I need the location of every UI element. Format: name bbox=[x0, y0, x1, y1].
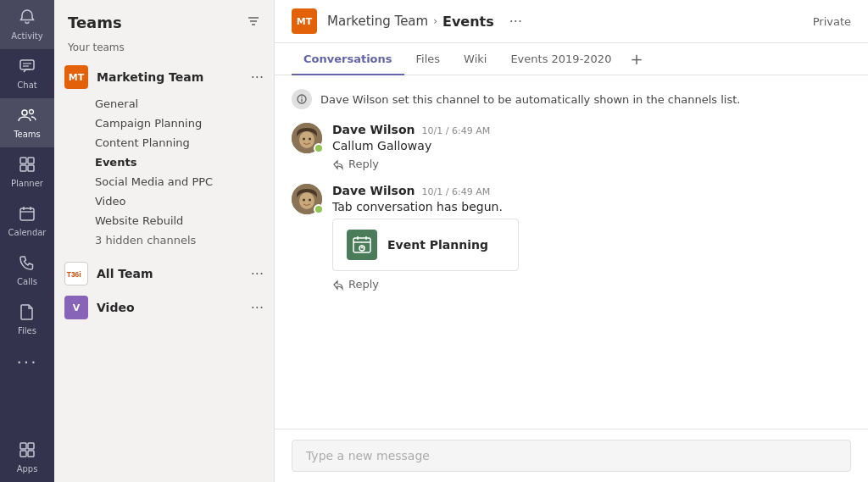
messages-area: Dave Wilson set this channel to be autom… bbox=[275, 75, 868, 429]
apps-icon bbox=[19, 441, 36, 462]
tab-events2019[interactable]: Events 2019-2020 bbox=[498, 44, 623, 75]
svg-rect-8 bbox=[28, 165, 34, 171]
message-input-placeholder: Type a new message bbox=[306, 449, 430, 463]
reply-button-2[interactable]: Reply bbox=[332, 278, 851, 291]
tab-add-button[interactable]: + bbox=[623, 43, 649, 75]
channel-events[interactable]: Events bbox=[95, 152, 274, 172]
channel-more-button[interactable]: ··· bbox=[509, 14, 522, 30]
channel-website[interactable]: Website Rebuild bbox=[95, 211, 274, 230]
svg-text:T36i: T36i bbox=[67, 270, 81, 279]
files-icon bbox=[19, 303, 36, 324]
nav-chat[interactable]: Chat bbox=[0, 49, 54, 98]
system-message-text: Dave Wilson set this channel to be autom… bbox=[320, 93, 740, 106]
team-name-allteam: All Team bbox=[97, 267, 242, 280]
channel-header: MT Marketing Team › Events ··· Private bbox=[275, 0, 868, 43]
nav-activity[interactable]: Activity bbox=[0, 0, 54, 49]
avatar-container-1 bbox=[292, 123, 322, 153]
event-card-label: Event Planning bbox=[387, 238, 488, 252]
nav-planner-label: Planner bbox=[11, 179, 43, 188]
channel-list-marketing: General Campaign Planning Content Planni… bbox=[54, 94, 274, 250]
reply-icon-2 bbox=[332, 279, 344, 291]
channel-content[interactable]: Content Planning bbox=[95, 133, 274, 152]
system-message: Dave Wilson set this channel to be autom… bbox=[292, 89, 851, 109]
channel-campaign[interactable]: Campaign Planning bbox=[95, 114, 274, 133]
avatar-status-1 bbox=[314, 143, 324, 153]
svg-point-3 bbox=[22, 110, 27, 115]
message-meta-2: Dave Wilson 10/1 / 6:49 AM bbox=[332, 184, 851, 197]
filter-icon[interactable] bbox=[247, 14, 260, 31]
nav-apps[interactable]: Apps bbox=[0, 433, 54, 482]
svg-line-39 bbox=[362, 247, 364, 249]
nav-calls-label: Calls bbox=[17, 277, 37, 286]
team-more-marketing[interactable]: ··· bbox=[251, 69, 264, 86]
team-item-video[interactable]: V Video ··· bbox=[54, 291, 274, 324]
svg-rect-9 bbox=[20, 208, 34, 220]
channel-general[interactable]: General bbox=[95, 94, 274, 114]
teams-sidebar: Teams Your teams MT Marketing Team ··· G… bbox=[54, 0, 275, 482]
reply-button-1[interactable]: Reply bbox=[332, 158, 851, 170]
team-item-marketing[interactable]: MT Marketing Team ··· bbox=[54, 60, 274, 94]
team-name-marketing: Marketing Team bbox=[97, 70, 242, 84]
message-text-2: Tab conversation has begun. bbox=[332, 200, 851, 213]
message-time-2: 10/1 / 6:49 AM bbox=[422, 186, 491, 197]
reply-label-1: Reply bbox=[348, 158, 379, 170]
tab-conversations[interactable]: Conversations bbox=[292, 44, 404, 75]
channel-team-avatar: MT bbox=[292, 8, 317, 34]
message-time-1: 10/1 / 6:49 AM bbox=[422, 125, 491, 136]
nav-calls[interactable]: Calls bbox=[0, 246, 54, 295]
nav-calendar[interactable]: Calendar bbox=[0, 197, 54, 246]
svg-point-37 bbox=[359, 246, 364, 251]
svg-rect-0 bbox=[20, 60, 34, 69]
reply-label-2: Reply bbox=[348, 278, 379, 291]
message-input[interactable]: Type a new message bbox=[292, 440, 851, 472]
nav-activity-label: Activity bbox=[11, 31, 42, 41]
message-text-1: Callum Galloway bbox=[332, 139, 851, 152]
planner-icon bbox=[19, 156, 36, 176]
message-body-2: Dave Wilson 10/1 / 6:49 AM Tab conversat… bbox=[332, 184, 851, 291]
team-more-allteam[interactable]: ··· bbox=[251, 266, 264, 282]
sidebar-title: Teams bbox=[68, 14, 122, 31]
sidebar-header: Teams bbox=[54, 0, 274, 38]
breadcrumb-channel: Events bbox=[442, 14, 494, 30]
nav-chat-label: Chat bbox=[17, 80, 36, 90]
nav-apps-label: Apps bbox=[17, 464, 38, 474]
nav-teams[interactable]: Teams bbox=[0, 98, 54, 147]
nav-files[interactable]: Files bbox=[0, 295, 54, 344]
system-icon bbox=[292, 89, 312, 109]
message-body-1: Dave Wilson 10/1 / 6:49 AM Callum Gallow… bbox=[332, 123, 851, 170]
svg-rect-7 bbox=[20, 165, 26, 171]
team-avatar-allteam: T36i bbox=[64, 262, 88, 285]
svg-point-32 bbox=[309, 199, 311, 202]
tab-files[interactable]: Files bbox=[404, 44, 453, 75]
message-block-1: Dave Wilson 10/1 / 6:49 AM Callum Gallow… bbox=[292, 123, 851, 170]
nav-more[interactable]: ··· bbox=[0, 344, 54, 381]
svg-point-4 bbox=[30, 110, 34, 114]
team-name-video: Video bbox=[97, 301, 242, 314]
breadcrumb-team: Marketing Team bbox=[327, 14, 428, 29]
team-avatar-video: V bbox=[64, 296, 88, 319]
svg-rect-13 bbox=[20, 443, 26, 449]
nav-planner[interactable]: Planner bbox=[0, 147, 54, 197]
svg-point-27 bbox=[303, 138, 305, 141]
svg-rect-6 bbox=[28, 158, 34, 163]
svg-point-23 bbox=[301, 97, 303, 98]
your-teams-label: Your teams bbox=[54, 38, 274, 60]
event-card[interactable]: Event Planning bbox=[332, 219, 519, 271]
svg-rect-16 bbox=[28, 451, 34, 457]
svg-point-26 bbox=[299, 131, 314, 148]
team-item-allteam[interactable]: T36i All Team ··· bbox=[54, 257, 274, 291]
hidden-channels[interactable]: 3 hidden channels bbox=[95, 230, 274, 250]
more-icon: ··· bbox=[16, 352, 37, 373]
svg-rect-5 bbox=[20, 158, 26, 163]
teams-icon bbox=[18, 107, 36, 127]
message-block-2: Dave Wilson 10/1 / 6:49 AM Tab conversat… bbox=[292, 184, 851, 291]
team-avatar-marketing: MT bbox=[64, 65, 88, 89]
channel-video[interactable]: Video bbox=[95, 191, 274, 211]
channel-tabs: Conversations Files Wiki Events 2019-202… bbox=[275, 43, 868, 75]
team-more-video[interactable]: ··· bbox=[251, 300, 264, 316]
message-input-area: Type a new message bbox=[275, 429, 868, 482]
svg-point-28 bbox=[309, 138, 311, 141]
channel-social[interactable]: Social Media and PPC bbox=[95, 172, 274, 191]
tab-wiki[interactable]: Wiki bbox=[452, 44, 498, 75]
nav-teams-label: Teams bbox=[14, 130, 41, 139]
